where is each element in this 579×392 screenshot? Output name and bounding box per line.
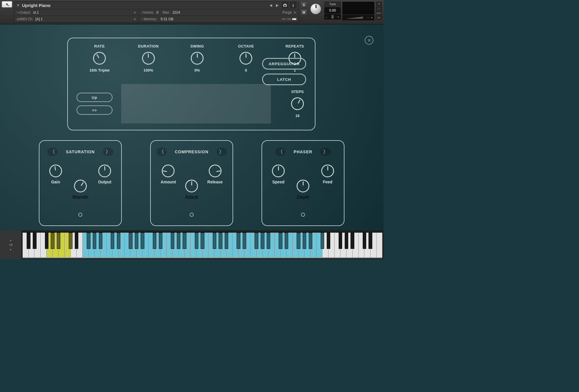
pan-slider[interactable]: L R: [324, 14, 341, 19]
white-key[interactable]: [377, 233, 383, 258]
feed-knob[interactable]: [321, 165, 334, 177]
rate-knob[interactable]: [93, 52, 106, 65]
white-key[interactable]: [364, 233, 371, 258]
white-key[interactable]: [371, 233, 377, 258]
swing-knob[interactable]: [191, 52, 204, 65]
white-key[interactable]: [215, 233, 221, 258]
arp-mode-button[interactable]: Up: [77, 93, 112, 102]
close-header-button[interactable]: ✕: [376, 2, 382, 6]
white-key[interactable]: [221, 233, 227, 258]
white-key[interactable]: [208, 233, 215, 258]
white-key[interactable]: [286, 233, 293, 258]
white-key[interactable]: [83, 233, 89, 258]
white-key[interactable]: [317, 233, 323, 258]
white-key[interactable]: [185, 233, 191, 258]
aux-button[interactable]: AUX: [376, 11, 382, 15]
white-key[interactable]: [281, 233, 287, 258]
white-key[interactable]: [112, 233, 119, 258]
white-key[interactable]: [328, 233, 335, 258]
white-key[interactable]: [244, 233, 251, 258]
fx-led[interactable]: [78, 213, 82, 217]
white-key[interactable]: [173, 233, 179, 258]
white-key[interactable]: [148, 233, 155, 258]
fx-led[interactable]: [301, 213, 305, 217]
virtual-keyboard[interactable]: [21, 230, 384, 259]
speed-knob[interactable]: [272, 165, 285, 177]
fx-prev-button[interactable]: 〈: [157, 148, 167, 156]
volume-knob[interactable]: [309, 1, 323, 14]
white-key[interactable]: [29, 233, 35, 258]
white-key[interactable]: [95, 233, 101, 258]
snapshot-icon[interactable]: [282, 2, 288, 8]
duration-knob[interactable]: [142, 52, 155, 65]
fx-next-button[interactable]: 〉: [217, 148, 227, 156]
white-key[interactable]: [322, 233, 328, 258]
white-key[interactable]: [89, 233, 95, 258]
white-key[interactable]: [268, 233, 275, 258]
octave-down-button[interactable]: ▼: [10, 248, 12, 251]
white-key[interactable]: [340, 233, 346, 258]
arp-play-button[interactable]: >>: [77, 105, 112, 115]
white-key[interactable]: [155, 233, 161, 258]
white-key[interactable]: [161, 233, 167, 258]
octave-knob[interactable]: [239, 52, 252, 65]
white-key[interactable]: [35, 233, 41, 258]
minimize-button[interactable]: —: [376, 6, 382, 10]
tune-value[interactable]: 0.00: [324, 7, 341, 14]
volume-slider[interactable]: − +: [342, 15, 374, 20]
white-key[interactable]: [107, 233, 113, 258]
white-key[interactable]: [47, 233, 53, 258]
pv-button[interactable]: PV: [376, 16, 382, 20]
depth-knob[interactable]: [297, 180, 309, 192]
white-key[interactable]: [41, 233, 47, 258]
white-key[interactable]: [23, 233, 29, 258]
white-key[interactable]: [77, 233, 83, 258]
white-key[interactable]: [167, 233, 173, 258]
step-sequencer[interactable]: [121, 84, 271, 123]
white-key[interactable]: [311, 233, 317, 258]
white-key[interactable]: [257, 233, 263, 258]
white-key[interactable]: [353, 233, 359, 258]
attack-knob[interactable]: [185, 180, 198, 192]
prev-instrument-button[interactable]: ◀: [268, 3, 274, 8]
octave-up-button[interactable]: ▲: [10, 239, 12, 242]
output-knob[interactable]: [98, 165, 111, 177]
white-key[interactable]: [263, 233, 269, 258]
white-key[interactable]: [143, 233, 149, 258]
next-instrument-button[interactable]: ▶: [274, 3, 280, 8]
white-key[interactable]: [52, 233, 59, 258]
white-key[interactable]: [71, 233, 77, 258]
white-key[interactable]: [59, 233, 65, 258]
amount-knob[interactable]: [162, 165, 175, 177]
fx-next-button[interactable]: 〉: [103, 148, 113, 156]
white-key[interactable]: [251, 233, 257, 258]
gain-knob[interactable]: [49, 165, 62, 177]
white-key[interactable]: [293, 233, 299, 258]
arpeggiator-button[interactable]: ARPEGGIATOR: [262, 58, 306, 70]
mute-button[interactable]: M: [301, 9, 307, 16]
white-key[interactable]: [125, 233, 131, 258]
purge-button[interactable]: Purge: [282, 10, 292, 14]
release-knob[interactable]: [209, 165, 222, 177]
white-key[interactable]: [359, 233, 365, 258]
white-key[interactable]: [299, 233, 305, 258]
white-key[interactable]: [304, 233, 311, 258]
solo-button[interactable]: S: [301, 2, 307, 8]
white-key[interactable]: [101, 233, 107, 258]
warmth-knob[interactable]: [74, 180, 87, 192]
collapse-icon[interactable]: ▼: [17, 3, 20, 7]
fx-next-button[interactable]: 〉: [320, 148, 331, 156]
white-key[interactable]: [130, 233, 137, 258]
fx-led[interactable]: [190, 213, 194, 217]
latch-button[interactable]: LATCH: [262, 74, 306, 85]
fx-prev-button[interactable]: 〈: [275, 148, 286, 156]
wrench-icon[interactable]: [2, 1, 12, 8]
white-key[interactable]: [233, 233, 239, 258]
white-key[interactable]: [65, 233, 71, 258]
close-icon[interactable]: ✕: [365, 36, 373, 45]
white-key[interactable]: [335, 233, 341, 258]
midi-channel-row[interactable]: ◎ MIDI Ch: [A] 1 ▼: [14, 16, 139, 22]
white-key[interactable]: [346, 233, 353, 258]
fx-prev-button[interactable]: 〈: [47, 148, 58, 156]
white-key[interactable]: [239, 233, 245, 258]
